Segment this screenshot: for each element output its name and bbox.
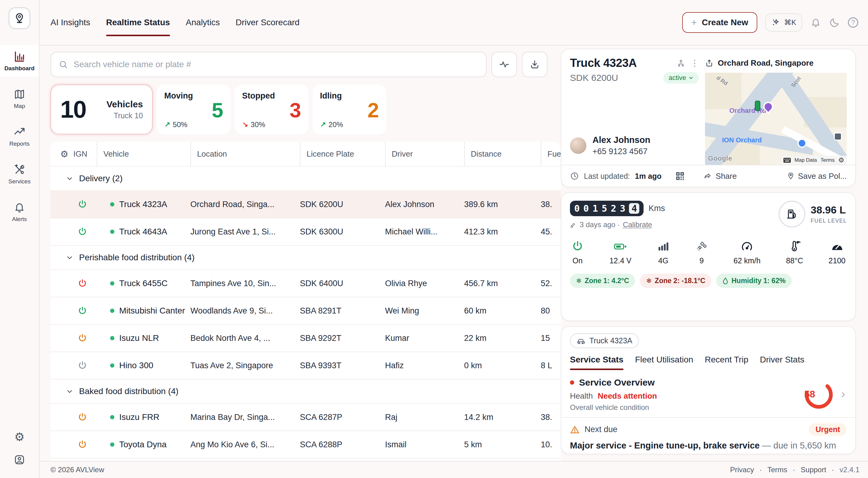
- tab-analytics[interactable]: Analytics: [186, 15, 220, 30]
- fuel-level: 38.96 L FUEL LEVEL: [779, 201, 847, 227]
- tab-driver-stats[interactable]: Driver Stats: [760, 355, 804, 370]
- group-perishable[interactable]: Perishable food distribution (4): [51, 245, 561, 269]
- humidity-chip: Humidity 1: 62%: [716, 274, 792, 288]
- car-icon: [577, 337, 586, 345]
- stat-moving-card[interactable]: Moving 5 ↗50%: [157, 85, 230, 134]
- activity-button[interactable]: [492, 52, 517, 77]
- app-logo[interactable]: [8, 7, 30, 29]
- tab-ai-insights[interactable]: AI Insights: [51, 15, 90, 30]
- idling-count: 2: [367, 98, 379, 122]
- chevron-down-icon: [66, 254, 73, 261]
- vehicle-map-marker[interactable]: [755, 101, 760, 111]
- telemetry-temperature: 88°C: [786, 240, 803, 265]
- share-location-icon[interactable]: [705, 59, 713, 67]
- idling-label: Idling: [320, 91, 367, 101]
- search-icon: [58, 60, 68, 69]
- calibrate-link[interactable]: Calibrate: [623, 220, 652, 229]
- column-settings-gear-icon[interactable]: ⚙: [60, 149, 68, 159]
- sidebar-bottom: ⚙: [13, 431, 26, 478]
- tab-driver-scorecard[interactable]: Driver Scorecard: [236, 15, 300, 30]
- dark-mode-moon-icon[interactable]: [829, 17, 840, 28]
- vehicle-name: Mitsubishi Canter: [119, 306, 185, 316]
- telemetry-row: On 12.4 V 4G 9: [570, 240, 847, 265]
- cell-plate: SCA 6288P: [300, 440, 385, 449]
- chevron-right-icon[interactable]: [839, 391, 847, 398]
- account-icon[interactable]: [13, 454, 26, 466]
- tab-realtime-status[interactable]: Realtime Status: [106, 15, 170, 30]
- vehicle-detail-panel: Truck 4323A ⋮: [561, 45, 856, 461]
- sidebar-item-map[interactable]: Map: [0, 83, 39, 114]
- save-as-poi-button[interactable]: Save as Pol...: [786, 171, 847, 181]
- table-row[interactable]: Truck 4323A Orchard Road, Singa... SDK 6…: [51, 190, 561, 218]
- app-version: v2.4.1: [840, 466, 860, 474]
- service-overview[interactable]: Service Overview Health Needs attention …: [570, 377, 847, 412]
- cell-fuel: 45.: [541, 227, 561, 236]
- table-row[interactable]: Hino 300 Tuas Ave 2, Singapore SBA 9393T…: [51, 351, 561, 379]
- table-row[interactable]: Toyota Dyna Ang Mo Kio Ave 6, Si... SCA …: [51, 431, 561, 458]
- footer-link-terms[interactable]: Terms: [767, 466, 787, 474]
- cell-plate: SBA 8291T: [300, 306, 385, 316]
- table-row[interactable]: Mitsubishi Canter Woodlands Ave 9, Si...…: [51, 297, 561, 324]
- cell-driver: Kumar: [385, 333, 464, 343]
- plus-icon: +: [691, 17, 697, 28]
- stat-idling-card[interactable]: Idling 2 ↗20%: [313, 85, 386, 134]
- dot-separator: ·: [793, 466, 795, 474]
- search-input[interactable]: [73, 60, 479, 69]
- zone1-label: Zone 1: 4.2°C: [585, 277, 629, 285]
- status-badge[interactable]: active: [663, 72, 699, 84]
- tab-recent-trip[interactable]: Recent Trip: [705, 355, 748, 370]
- help-icon[interactable]: ?: [848, 17, 858, 28]
- zone2-label: Zone 2: -18.1°C: [655, 277, 705, 285]
- vehicle-chip[interactable]: Truck 4323A: [570, 333, 639, 348]
- table-row[interactable]: Truck 4643A Jurong East Ave 1, Si... SDK…: [51, 218, 561, 245]
- status-dot: [110, 230, 114, 234]
- odometer-digit: 3: [620, 203, 625, 214]
- main-area: AI Insights Realtime Status Analytics Dr…: [39, 0, 868, 478]
- stat-stopped-card[interactable]: Stopped 3 ↘30%: [235, 85, 308, 134]
- table-row[interactable]: Truck 6455C Tampines Ave 10, Sin... SDK …: [51, 269, 561, 297]
- command-palette-button[interactable]: ⌘K: [765, 13, 802, 32]
- settings-gear-icon[interactable]: ⚙: [14, 431, 25, 443]
- tab-service-stats[interactable]: Service Stats: [570, 355, 623, 370]
- keyboard-icon[interactable]: [783, 158, 791, 163]
- map-settings-gear-icon[interactable]: ⚙: [838, 157, 844, 164]
- footer-link-privacy[interactable]: Privacy: [730, 466, 754, 474]
- sidebar-item-dashboard[interactable]: Dashboard: [0, 45, 39, 76]
- cell-distance: 456.7 km: [464, 279, 541, 288]
- notifications-bell-icon[interactable]: [810, 17, 821, 28]
- rpm-gauge-icon: [830, 240, 844, 253]
- sidebar-item-alerts[interactable]: Alerts: [0, 196, 39, 227]
- more-options-icon[interactable]: ⋮: [690, 58, 699, 68]
- share-button[interactable]: Share: [704, 171, 737, 181]
- ignition-off-icon: [77, 278, 88, 289]
- map-data-label[interactable]: Map Data: [795, 157, 817, 163]
- stat-vehicles-card[interactable]: 10 Vehicles Truck 10: [51, 85, 153, 134]
- cell-plate: SDK 6300U: [300, 227, 385, 236]
- download-icon: [529, 59, 540, 70]
- create-new-button[interactable]: + Create New: [682, 12, 757, 33]
- mini-map[interactable]: d Rd Scot Orchard Rd ION Orchard Google: [705, 73, 847, 165]
- service-stats-card: Truck 4323A Service Stats Fleet Utilisat…: [561, 326, 856, 454]
- create-new-label: Create New: [702, 18, 748, 27]
- tab-fleet-utilisation[interactable]: Fleet Utilisation: [635, 355, 693, 370]
- status-dot: [110, 202, 114, 206]
- map-terms-label[interactable]: Terms: [820, 157, 835, 163]
- sparkles-icon: [771, 18, 780, 27]
- footer-link-support[interactable]: Support: [801, 466, 826, 474]
- col-driver: Driver: [385, 142, 464, 166]
- bus-stop-icon: [834, 133, 842, 140]
- qr-code-icon[interactable]: [675, 171, 685, 181]
- group-delivery[interactable]: Delivery (2): [51, 166, 561, 190]
- group-baked[interactable]: Baked food distribution (4): [51, 379, 561, 403]
- map-pin-poi[interactable]: [798, 139, 807, 148]
- sidebar-item-reports[interactable]: Reports: [0, 120, 39, 152]
- cell-distance: 412.3 km: [464, 227, 541, 236]
- col-fuel: Fuel: [541, 142, 561, 166]
- table-row[interactable]: Isuzu FRR Marina Bay Dr, Singa... SCA 62…: [51, 403, 561, 431]
- download-button[interactable]: [522, 52, 548, 77]
- odometer-updated: 3 days ago ·: [580, 220, 620, 229]
- hierarchy-icon[interactable]: [676, 59, 685, 68]
- table-row[interactable]: Isuzu NLR Bedok North Ave 4, ... SBA 929…: [51, 324, 561, 351]
- telemetry-speed: 62 km/h: [734, 240, 761, 265]
- sidebar-item-services[interactable]: Services: [0, 158, 39, 190]
